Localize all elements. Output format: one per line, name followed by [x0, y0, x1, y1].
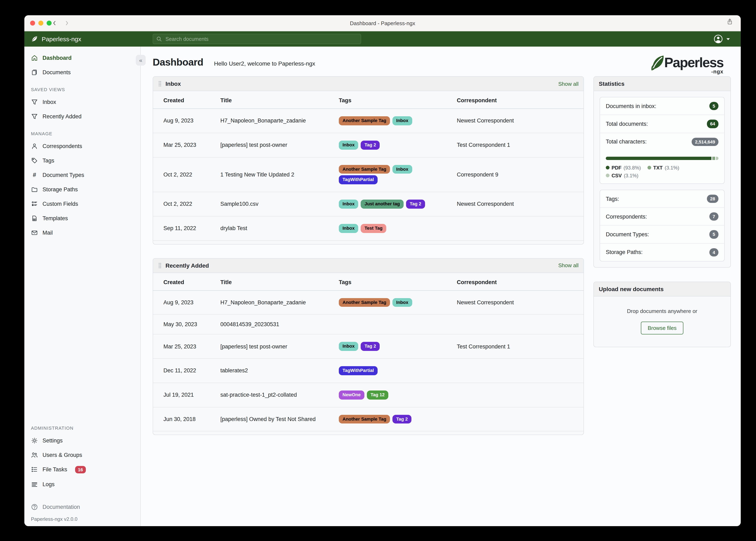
drag-handle-icon[interactable] [158, 262, 162, 269]
tag-pill-tagwithpartial[interactable]: TagWithPartial [339, 366, 378, 375]
sidebar-item-label: Users & Groups [43, 452, 82, 458]
main-content: Paperless -ngx Dashboard Hello User2, we… [141, 47, 741, 526]
document-row[interactable]: Oct 2, 2022Sample100.csvInboxJust anothe… [153, 192, 584, 216]
file-tasks-count-badge: 16 [75, 466, 86, 473]
tag-pill-inbox[interactable]: Inbox [339, 342, 358, 351]
legend-dot [606, 174, 610, 178]
sidebar-item-label: Settings [43, 437, 63, 443]
question-icon [31, 503, 38, 510]
browse-files-button[interactable]: Browse files [641, 321, 683, 334]
zoom-window-button[interactable] [47, 21, 52, 26]
sidebar-item-recently-added[interactable]: Recently Added [24, 109, 140, 124]
stat-row-tags: Tags:28 [600, 190, 724, 208]
cell-correspondent [453, 358, 584, 383]
sidebar-item-label: Custom Fields [43, 201, 78, 207]
tag-pill-inbox[interactable]: Inbox [392, 298, 412, 307]
column-header-tags: Tags [335, 273, 453, 290]
sidebar-item-label: Logs [43, 481, 55, 487]
file-type-chart: PDF(93.8%)TXT(3.1%)CSV(3.1%) [600, 151, 724, 184]
tag-pill-inbox[interactable]: Inbox [339, 200, 358, 209]
sidebar-item-users-groups[interactable]: Users & Groups [24, 448, 140, 462]
cell-title: H7_Napoleon_Bonaparte_zadanie [216, 290, 335, 314]
tag-pill-tag-2[interactable]: Tag 2 [406, 200, 425, 209]
sidebar-item-label: Dashboard [43, 55, 72, 61]
sidebar-item-tags[interactable]: Tags [24, 153, 140, 168]
column-header-created: Created [153, 273, 216, 290]
sidebar-item-settings[interactable]: Settings [24, 433, 140, 448]
sidebar-item-label: Documentation [43, 504, 80, 510]
widget-title: Recently Added [165, 262, 209, 269]
document-row[interactable]: May 30, 20230004814539_20230531 [153, 314, 584, 334]
sidebar-item-logs[interactable]: Logs [24, 477, 140, 491]
document-row[interactable]: Aug 9, 2023H7_Napoleon_Bonaparte_zadanie… [153, 109, 584, 133]
tag-pill-tagwithpartial[interactable]: TagWithPartial [339, 176, 378, 185]
document-row[interactable]: Dec 11, 2022tablerates2TagWithPartial [153, 358, 584, 383]
tag-pill-another-sample-tag[interactable]: Another Sample Tag [339, 415, 390, 424]
stat-row-correspondents: Correspondents:7 [600, 208, 724, 226]
show-all-link[interactable]: Show all [558, 262, 579, 269]
search-input[interactable] [153, 34, 361, 44]
document-row[interactable]: Jul 19, 2021sat-practice-test-1_pt2-coll… [153, 383, 584, 407]
tag-pill-inbox[interactable]: Inbox [392, 116, 412, 125]
forward-icon[interactable] [64, 20, 70, 26]
app-brand[interactable]: Paperless-ngx [31, 35, 81, 42]
window-title: Dashboard - Paperless-ngx [350, 20, 415, 26]
tag-pill-tag-12[interactable]: Tag 12 [367, 390, 388, 399]
tag-pill-tag-2[interactable]: Tag 2 [361, 342, 380, 351]
upload-dropzone[interactable]: Drop documents anywhere or Browse files [594, 296, 730, 347]
window-controls [30, 15, 52, 31]
cell-correspondent: Test Correspondent 1 [453, 133, 584, 157]
tag-pill-test-tag[interactable]: Test Tag [361, 224, 386, 233]
sidebar-item-document-types[interactable]: #Document Types [24, 168, 140, 182]
tag-pill-another-sample-tag[interactable]: Another Sample Tag [339, 165, 390, 174]
tag-pill-tag-2[interactable]: Tag 2 [361, 141, 380, 150]
statistics-header: Statistics [594, 77, 730, 91]
sidebar-item-storage-paths[interactable]: Storage Paths [24, 182, 140, 197]
tag-pill-inbox[interactable]: Inbox [339, 141, 358, 150]
sidebar-item-templates[interactable]: Templates [24, 211, 140, 226]
cell-tags: InboxJust another tagTag 2 [335, 192, 453, 216]
user-menu[interactable] [713, 34, 730, 44]
stats-documents-group: Documents in inbox:5Total documents:64To… [600, 97, 725, 184]
cell-tags: Another Sample TagInbox [335, 109, 453, 133]
document-row[interactable]: Mar 25, 2023[paperless] test post-ownerI… [153, 334, 584, 359]
sidebar-item-inbox[interactable]: Inbox [24, 95, 140, 109]
legend-item-csv: CSV(3.1%) [606, 173, 638, 179]
sidebar-collapse-button[interactable]: « [136, 55, 146, 66]
back-icon[interactable] [52, 20, 57, 26]
recently-added-widget: Recently Added Show all CreatedTitleTags… [153, 258, 584, 435]
document-row[interactable]: Sep 11, 2022drylab TestInboxTest Tag [153, 216, 584, 241]
tag-pill-newone[interactable]: NewOne [339, 390, 364, 399]
sidebar-item-documents[interactable]: Documents [24, 65, 140, 80]
cell-created: Oct 2, 2022 [153, 192, 216, 216]
close-window-button[interactable] [30, 21, 35, 26]
sidebar-item-mail[interactable]: Mail [24, 226, 140, 240]
tag-pill-another-sample-tag[interactable]: Another Sample Tag [339, 116, 390, 125]
cell-title: [paperless] test post-owner [216, 334, 335, 359]
sidebar-item-label: Documents [43, 69, 71, 76]
tag-pill-inbox[interactable]: Inbox [392, 165, 412, 174]
stat-value-badge: 5 [709, 230, 718, 239]
tag-pill-tag-2[interactable]: Tag 2 [392, 415, 411, 424]
tag-pill-inbox[interactable]: Inbox [339, 224, 358, 233]
minimize-window-button[interactable] [38, 21, 43, 26]
drag-handle-icon[interactable] [158, 80, 162, 87]
stats-doc-rows: Documents in inbox:5Total documents:64To… [600, 97, 724, 151]
sidebar-item-dashboard[interactable]: Dashboard [24, 51, 140, 65]
share-icon[interactable] [726, 18, 733, 25]
page-title: Dashboard [153, 57, 203, 68]
sidebar-item-custom-fields[interactable]: Custom Fields [24, 197, 140, 211]
custom-fields-icon [31, 201, 38, 208]
document-row[interactable]: Jun 30, 2018[paperless] Owned by Test No… [153, 407, 584, 431]
tag-pill-just-another-tag[interactable]: Just another tag [361, 200, 404, 209]
document-row[interactable]: Mar 25, 2023[paperless] test post-ownerI… [153, 133, 584, 157]
window-titlebar: Dashboard - Paperless-ngx [24, 15, 741, 31]
sidebar-item-documentation[interactable]: Documentation [24, 500, 140, 514]
document-row[interactable]: Oct 2, 20221 Testing New Title Updated 2… [153, 157, 584, 192]
sidebar-item-file-tasks[interactable]: File Tasks16 [24, 462, 140, 477]
tag-pill-another-sample-tag[interactable]: Another Sample Tag [339, 298, 390, 307]
bar-segment-pdf [606, 157, 711, 160]
sidebar-item-correspondents[interactable]: Correspondents [24, 139, 140, 153]
document-row[interactable]: Aug 9, 2023H7_Napoleon_Bonaparte_zadanie… [153, 290, 584, 314]
show-all-link[interactable]: Show all [558, 81, 579, 87]
